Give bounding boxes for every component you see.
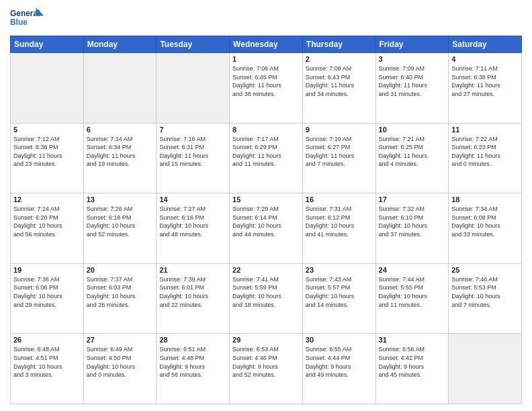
- day-cell: 26Sunrise: 6:48 AM Sunset: 4:51 PM Dayli…: [11, 334, 84, 404]
- day-cell: [83, 53, 157, 124]
- day-info: Sunrise: 7:24 AM Sunset: 6:20 PM Dayligh…: [13, 205, 81, 238]
- day-number: 3: [379, 55, 446, 63]
- day-cell: 13Sunrise: 7:26 AM Sunset: 6:18 PM Dayli…: [83, 193, 157, 264]
- day-cell: 19Sunrise: 7:36 AM Sunset: 6:06 PM Dayli…: [11, 263, 84, 334]
- day-info: Sunrise: 7:11 AM Sunset: 6:38 PM Dayligh…: [451, 64, 519, 98]
- day-info: Sunrise: 7:09 AM Sunset: 6:40 PM Dayligh…: [379, 64, 446, 98]
- day-info: Sunrise: 7:27 AM Sunset: 6:16 PM Dayligh…: [159, 205, 226, 238]
- day-number: 5: [13, 126, 81, 134]
- day-cell: 1Sunrise: 7:06 AM Sunset: 6:45 PM Daylig…: [230, 53, 303, 124]
- day-info: Sunrise: 7:37 AM Sunset: 6:03 PM Dayligh…: [87, 275, 154, 309]
- day-cell: 18Sunrise: 7:34 AM Sunset: 6:08 PM Dayli…: [449, 193, 522, 264]
- day-header-tuesday: Tuesday: [157, 36, 230, 53]
- day-info: Sunrise: 7:34 AM Sunset: 6:08 PM Dayligh…: [451, 205, 519, 238]
- day-info: Sunrise: 6:48 AM Sunset: 4:51 PM Dayligh…: [13, 345, 81, 379]
- day-number: 26: [13, 336, 81, 344]
- svg-text:Blue: Blue: [10, 17, 28, 27]
- day-info: Sunrise: 7:36 AM Sunset: 6:06 PM Dayligh…: [13, 275, 81, 309]
- day-cell: 16Sunrise: 7:31 AM Sunset: 6:12 PM Dayli…: [302, 193, 375, 264]
- day-cell: 25Sunrise: 7:46 AM Sunset: 5:53 PM Dayli…: [449, 263, 522, 334]
- logo-icon: GeneralBlue: [10, 7, 47, 30]
- day-info: Sunrise: 7:39 AM Sunset: 6:01 PM Dayligh…: [159, 275, 226, 309]
- day-cell: [157, 53, 230, 124]
- logo: GeneralBlue: [10, 7, 47, 30]
- day-info: Sunrise: 7:16 AM Sunset: 6:31 PM Dayligh…: [159, 135, 226, 169]
- day-info: Sunrise: 7:41 AM Sunset: 5:59 PM Dayligh…: [232, 275, 300, 309]
- day-number: 25: [451, 266, 519, 274]
- day-cell: 27Sunrise: 6:49 AM Sunset: 4:50 PM Dayli…: [83, 334, 157, 404]
- day-info: Sunrise: 6:55 AM Sunset: 4:44 PM Dayligh…: [306, 345, 373, 379]
- day-cell: 24Sunrise: 7:44 AM Sunset: 5:55 PM Dayli…: [375, 263, 449, 334]
- day-number: 15: [232, 195, 300, 203]
- day-cell: 17Sunrise: 7:32 AM Sunset: 6:10 PM Dayli…: [375, 193, 449, 264]
- day-number: 19: [13, 266, 81, 274]
- day-number: 21: [159, 266, 226, 274]
- day-cell: 29Sunrise: 6:53 AM Sunset: 4:46 PM Dayli…: [230, 334, 303, 404]
- day-info: Sunrise: 6:53 AM Sunset: 4:46 PM Dayligh…: [232, 345, 300, 379]
- day-cell: 6Sunrise: 7:14 AM Sunset: 6:34 PM Daylig…: [83, 123, 157, 193]
- day-number: 23: [306, 266, 373, 274]
- day-number: 29: [232, 336, 300, 344]
- day-cell: 20Sunrise: 7:37 AM Sunset: 6:03 PM Dayli…: [83, 263, 157, 334]
- day-number: 10: [379, 126, 446, 134]
- day-cell: 9Sunrise: 7:19 AM Sunset: 6:27 PM Daylig…: [302, 123, 375, 193]
- svg-text:General: General: [10, 9, 40, 18]
- day-number: 9: [306, 126, 373, 134]
- day-header-monday: Monday: [83, 36, 157, 53]
- week-row-1: 5Sunrise: 7:12 AM Sunset: 6:36 PM Daylig…: [11, 123, 522, 193]
- week-row-4: 26Sunrise: 6:48 AM Sunset: 4:51 PM Dayli…: [11, 334, 522, 404]
- day-cell: 15Sunrise: 7:29 AM Sunset: 6:14 PM Dayli…: [230, 193, 303, 264]
- day-number: 31: [379, 336, 446, 344]
- day-header-sunday: Sunday: [11, 36, 84, 53]
- day-info: Sunrise: 7:21 AM Sunset: 6:25 PM Dayligh…: [379, 135, 446, 169]
- calendar-table: SundayMondayTuesdayWednesdayThursdayFrid…: [10, 36, 522, 404]
- day-cell: 31Sunrise: 6:56 AM Sunset: 4:42 PM Dayli…: [375, 334, 449, 404]
- day-cell: 30Sunrise: 6:55 AM Sunset: 4:44 PM Dayli…: [302, 334, 375, 404]
- day-info: Sunrise: 7:44 AM Sunset: 5:55 PM Dayligh…: [379, 275, 446, 309]
- day-cell: 3Sunrise: 7:09 AM Sunset: 6:40 PM Daylig…: [375, 53, 449, 124]
- day-info: Sunrise: 7:12 AM Sunset: 6:36 PM Dayligh…: [13, 135, 81, 169]
- day-number: 30: [306, 336, 373, 344]
- day-cell: 4Sunrise: 7:11 AM Sunset: 6:38 PM Daylig…: [449, 53, 522, 124]
- day-info: Sunrise: 7:31 AM Sunset: 6:12 PM Dayligh…: [306, 205, 373, 238]
- day-cell: 23Sunrise: 7:43 AM Sunset: 5:57 PM Dayli…: [302, 263, 375, 334]
- day-info: Sunrise: 7:06 AM Sunset: 6:45 PM Dayligh…: [232, 64, 300, 98]
- day-info: Sunrise: 7:17 AM Sunset: 6:29 PM Dayligh…: [232, 135, 300, 169]
- day-cell: 8Sunrise: 7:17 AM Sunset: 6:29 PM Daylig…: [230, 123, 303, 193]
- day-cell: 14Sunrise: 7:27 AM Sunset: 6:16 PM Dayli…: [157, 193, 230, 264]
- page: GeneralBlue SundayMondayTuesdayWednesday…: [0, 0, 532, 411]
- day-info: Sunrise: 6:51 AM Sunset: 4:48 PM Dayligh…: [159, 345, 226, 379]
- day-number: 2: [306, 55, 373, 63]
- day-info: Sunrise: 7:32 AM Sunset: 6:10 PM Dayligh…: [379, 205, 446, 238]
- day-cell: 28Sunrise: 6:51 AM Sunset: 4:48 PM Dayli…: [157, 334, 230, 404]
- day-info: Sunrise: 7:19 AM Sunset: 6:27 PM Dayligh…: [306, 135, 373, 169]
- day-info: Sunrise: 7:29 AM Sunset: 6:14 PM Dayligh…: [232, 205, 300, 238]
- day-number: 13: [87, 195, 154, 203]
- day-info: Sunrise: 6:56 AM Sunset: 4:42 PM Dayligh…: [379, 345, 446, 379]
- day-header-wednesday: Wednesday: [230, 36, 303, 53]
- day-number: 24: [379, 266, 446, 274]
- day-cell: 21Sunrise: 7:39 AM Sunset: 6:01 PM Dayli…: [157, 263, 230, 334]
- day-cell: [449, 334, 522, 404]
- day-cell: 22Sunrise: 7:41 AM Sunset: 5:59 PM Dayli…: [230, 263, 303, 334]
- day-number: 18: [451, 195, 519, 203]
- day-number: 17: [379, 195, 446, 203]
- header: GeneralBlue: [10, 7, 522, 30]
- day-info: Sunrise: 7:08 AM Sunset: 6:43 PM Dayligh…: [306, 64, 373, 98]
- day-info: Sunrise: 7:22 AM Sunset: 6:23 PM Dayligh…: [451, 135, 519, 169]
- day-cell: 12Sunrise: 7:24 AM Sunset: 6:20 PM Dayli…: [11, 193, 84, 264]
- day-number: 27: [87, 336, 154, 344]
- day-number: 8: [232, 126, 300, 134]
- day-info: Sunrise: 6:49 AM Sunset: 4:50 PM Dayligh…: [87, 345, 154, 379]
- day-number: 22: [232, 266, 300, 274]
- week-row-0: 1Sunrise: 7:06 AM Sunset: 6:45 PM Daylig…: [11, 53, 522, 124]
- day-number: 6: [87, 126, 154, 134]
- day-number: 11: [451, 126, 519, 134]
- week-row-2: 12Sunrise: 7:24 AM Sunset: 6:20 PM Dayli…: [11, 193, 522, 264]
- day-cell: 5Sunrise: 7:12 AM Sunset: 6:36 PM Daylig…: [11, 123, 84, 193]
- day-number: 28: [159, 336, 226, 344]
- day-info: Sunrise: 7:14 AM Sunset: 6:34 PM Dayligh…: [87, 135, 154, 169]
- day-cell: [11, 53, 84, 124]
- day-cell: 7Sunrise: 7:16 AM Sunset: 6:31 PM Daylig…: [157, 123, 230, 193]
- day-number: 1: [232, 55, 300, 63]
